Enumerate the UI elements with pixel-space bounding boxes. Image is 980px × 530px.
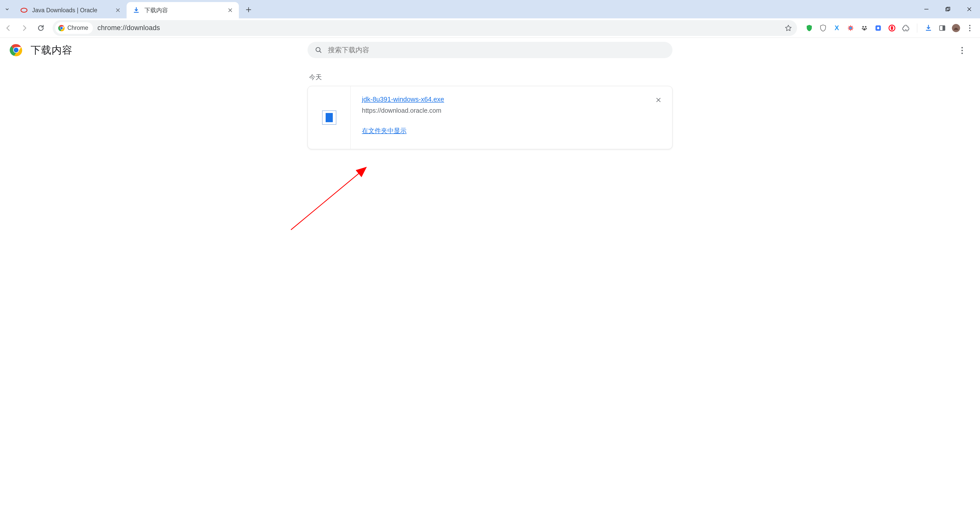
download-source: https://download.oracle.com	[362, 107, 662, 114]
remove-download-button[interactable]	[654, 95, 663, 105]
exe-file-icon	[322, 110, 336, 125]
svg-point-25	[961, 47, 963, 48]
puzzle-icon	[902, 24, 910, 32]
reload-button[interactable]	[33, 20, 49, 36]
downloads-page: 下载内容 今天 jdk-8u391-windows-x64.exe https:…	[0, 38, 980, 530]
page-title: 下载内容	[30, 43, 73, 57]
search-icon	[315, 46, 322, 54]
ext-shield-green[interactable]	[803, 22, 815, 34]
x-icon: X	[835, 24, 839, 32]
ext-color-burst[interactable]	[845, 22, 857, 34]
svg-rect-2	[947, 7, 950, 10]
svg-point-8	[865, 26, 866, 27]
page-menu-button[interactable]	[957, 45, 967, 56]
close-icon	[116, 8, 120, 13]
search-bar[interactable]	[307, 42, 673, 58]
svg-point-6	[850, 27, 852, 29]
kebab-icon	[969, 24, 971, 32]
close-tab-button[interactable]	[227, 6, 234, 14]
ext-x-blue[interactable]: X	[831, 22, 843, 34]
download-icon	[924, 24, 932, 32]
svg-point-27	[961, 52, 963, 54]
tab-search-dropdown[interactable]	[0, 0, 14, 18]
chevron-down-icon	[4, 6, 10, 12]
close-icon	[228, 8, 232, 13]
back-button[interactable]	[0, 20, 16, 36]
svg-point-20	[969, 27, 970, 29]
chrome-logo-icon	[58, 25, 65, 32]
arrow-left-icon	[4, 24, 12, 32]
svg-line-28	[291, 167, 366, 230]
address-bar[interactable]: Chrome chrome://downloads	[52, 20, 797, 36]
star-icon	[784, 24, 792, 32]
downloads-toolbar-button[interactable]	[922, 22, 935, 34]
svg-point-13	[877, 27, 879, 29]
ext-paw[interactable]	[858, 22, 870, 34]
close-icon	[655, 97, 661, 103]
tab-label: 下载内容	[145, 6, 227, 14]
svg-point-9	[862, 28, 863, 29]
close-window-button[interactable]	[959, 0, 980, 18]
svg-point-26	[961, 50, 963, 51]
download-filename-link[interactable]: jdk-8u391-windows-x64.exe	[362, 95, 444, 103]
site-chip-label: Chrome	[67, 24, 88, 32]
ext-blue-square[interactable]	[872, 22, 884, 34]
profile-avatar[interactable]	[950, 22, 962, 34]
svg-point-7	[862, 26, 864, 27]
page-header: 下载内容	[0, 38, 980, 62]
maximize-button[interactable]	[937, 0, 959, 18]
extensions-row: X	[803, 22, 976, 34]
square-icon	[875, 24, 882, 32]
url-text: chrome://downloads	[97, 24, 160, 32]
minimize-icon	[924, 6, 929, 12]
ext-opera[interactable]	[886, 22, 898, 34]
maximize-icon	[945, 6, 950, 12]
file-thumbnail	[308, 86, 351, 149]
tab-label: Java Downloads | Oracle	[32, 7, 115, 14]
close-icon	[966, 6, 972, 12]
chrome-menu-button[interactable]	[964, 22, 976, 34]
reload-icon	[37, 24, 45, 32]
plus-icon	[245, 6, 252, 13]
arrow-right-icon	[21, 24, 29, 32]
paw-icon	[861, 24, 868, 32]
svg-point-23	[14, 48, 19, 52]
svg-point-10	[865, 28, 867, 29]
shield-icon	[819, 24, 827, 32]
tab-java-downloads[interactable]: Java Downloads | Oracle	[14, 2, 127, 18]
svg-point-15	[891, 26, 893, 30]
downloads-list: 今天 jdk-8u391-windows-x64.exe https://dow…	[307, 68, 673, 149]
avatar-icon	[952, 24, 960, 32]
burst-icon	[847, 24, 854, 32]
chrome-logo-icon	[10, 44, 22, 56]
opera-icon	[888, 24, 896, 32]
window-controls	[916, 0, 980, 18]
download-item: jdk-8u391-windows-x64.exe https://downlo…	[307, 86, 673, 149]
search-input[interactable]	[328, 46, 665, 54]
download-favicon	[132, 6, 140, 14]
date-group-label: 今天	[309, 73, 673, 81]
svg-rect-1	[946, 8, 949, 11]
svg-point-0	[21, 8, 27, 12]
minimize-button[interactable]	[916, 0, 937, 18]
oracle-favicon	[20, 6, 28, 14]
titlebar: Java Downloads | Oracle 下载内容	[0, 0, 980, 18]
toolbar: Chrome chrome://downloads X	[0, 18, 980, 38]
site-info-chip[interactable]: Chrome	[55, 22, 93, 34]
close-tab-button[interactable]	[115, 6, 121, 14]
bookmark-button[interactable]	[783, 22, 794, 34]
svg-point-21	[969, 30, 970, 31]
svg-point-19	[969, 25, 970, 26]
tab-downloads[interactable]: 下载内容	[127, 2, 239, 18]
separator	[917, 24, 917, 33]
sidepanel-button[interactable]	[936, 22, 948, 34]
panel-icon	[939, 24, 946, 32]
svg-point-11	[863, 28, 865, 30]
forward-button[interactable]	[16, 20, 33, 36]
extensions-button[interactable]	[900, 22, 912, 34]
show-in-folder-link[interactable]: 在文件夹中显示	[362, 127, 407, 135]
ext-shield-grey[interactable]	[817, 22, 829, 34]
kebab-icon	[961, 47, 963, 54]
new-tab-button[interactable]	[242, 3, 256, 17]
shield-icon	[805, 24, 813, 32]
